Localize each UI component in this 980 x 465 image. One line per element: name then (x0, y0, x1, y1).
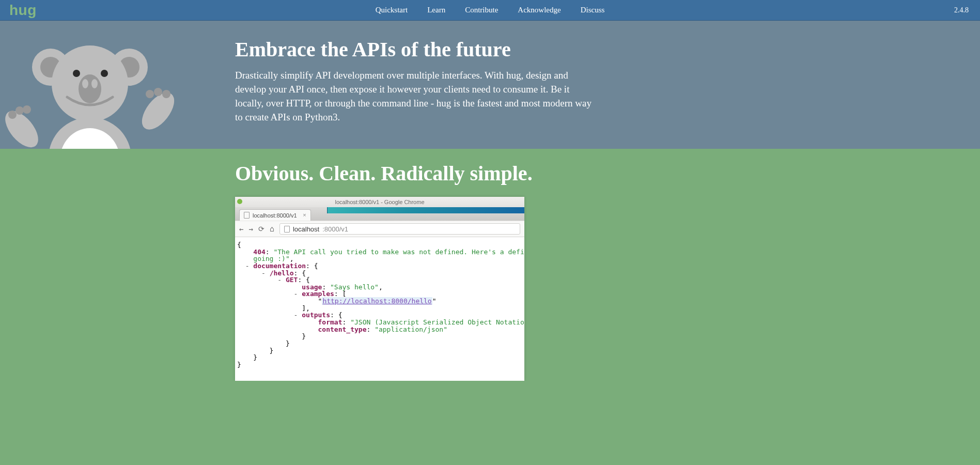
nav-acknowledge[interactable]: Acknowledge (518, 6, 561, 14)
browser-window-title: localhost:8000/v1 - Google Chrome (235, 197, 524, 207)
example-url-link[interactable]: http://localhost:8000/hello (322, 297, 432, 305)
simple-section: Obvious. Clean. Radically simple. localh… (0, 149, 980, 381)
nav-links: Quickstart Learn Contribute Acknowledge … (376, 6, 605, 14)
page-icon (284, 226, 290, 233)
svg-point-16 (101, 70, 108, 77)
browser-toolbar: ← → ⟳ ⌂ localhost:8000/v1 (235, 221, 524, 237)
nav-discuss[interactable]: Discuss (581, 6, 605, 14)
section2-title: Obvious. Clean. Radically simple. (235, 161, 980, 185)
forward-icon[interactable]: → (248, 225, 253, 233)
nav-contribute[interactable]: Contribute (465, 6, 498, 14)
koala-mascot (0, 32, 235, 149)
logo[interactable]: hug (0, 2, 37, 19)
close-tab-icon[interactable]: × (303, 212, 306, 218)
browser-body: { 404: "The API call you tried to make w… (235, 237, 524, 381)
tabstrip-color-bar (327, 207, 524, 213)
address-bar[interactable]: localhost:8000/v1 (279, 223, 520, 235)
koala-icon (5, 36, 176, 149)
nav-learn[interactable]: Learn (427, 6, 445, 14)
svg-point-6 (154, 88, 162, 96)
svg-point-19 (91, 79, 98, 88)
svg-point-15 (73, 70, 80, 77)
hero-copy: Embrace the APIs of the future Drastical… (235, 32, 597, 149)
version-label: 2.4.8 (954, 6, 969, 14)
browser-tabstrip: localhost:8000/v1 × (235, 207, 524, 221)
svg-point-5 (146, 90, 154, 98)
page-icon (244, 212, 250, 219)
back-icon[interactable]: ← (239, 225, 243, 233)
browser-tab-label: localhost:8000/v1 (253, 212, 297, 219)
svg-point-18 (82, 79, 88, 88)
svg-point-3 (15, 106, 24, 115)
svg-point-17 (79, 74, 101, 103)
address-host: localhost (293, 225, 319, 233)
address-path: :8000/v1 (322, 225, 348, 233)
svg-point-7 (162, 90, 170, 98)
svg-point-2 (8, 111, 17, 119)
home-icon[interactable]: ⌂ (270, 224, 274, 234)
reload-icon[interactable]: ⟳ (258, 225, 265, 233)
nav-quickstart[interactable]: Quickstart (376, 6, 408, 14)
browser-mock: localhost:8000/v1 - Google Chrome localh… (235, 197, 524, 381)
svg-point-4 (23, 105, 31, 114)
hero-section: Embrace the APIs of the future Drastical… (0, 21, 980, 149)
hero-title: Embrace the APIs of the future (235, 37, 597, 61)
hero-body: Drastically simplify API development ove… (235, 69, 597, 125)
top-nav: hug Quickstart Learn Contribute Acknowle… (0, 0, 980, 21)
browser-tab[interactable]: localhost:8000/v1 × (239, 209, 311, 221)
